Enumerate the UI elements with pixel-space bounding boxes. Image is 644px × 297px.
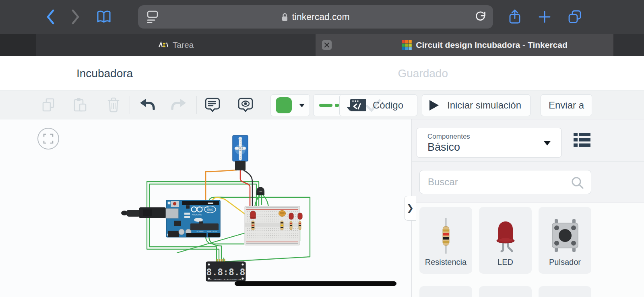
- notes-button[interactable]: [204, 96, 221, 114]
- start-simulation-button[interactable]: Iniciar simulación: [422, 94, 530, 116]
- list-view-toggle[interactable]: [574, 133, 590, 149]
- digital-header[interactable]: [182, 201, 219, 205]
- photoresistor[interactable]: [279, 211, 286, 217]
- component-card-partial[interactable]: [539, 286, 591, 297]
- wire-color-dropdown[interactable]: [270, 94, 310, 116]
- atmega-chip[interactable]: [190, 223, 219, 230]
- safari-toolbar: tinkercad.com: [0, 0, 644, 34]
- url-text: tinkercad.com: [292, 12, 349, 23]
- micro-servo[interactable]: [233, 135, 248, 170]
- led-image: [493, 217, 518, 255]
- component-card-partial[interactable]: [479, 286, 532, 297]
- ipad-screen: tinkercad.com: [0, 0, 644, 297]
- component-card-resistor[interactable]: Resistencia: [419, 207, 472, 274]
- reload-icon: [475, 11, 487, 23]
- annotation-visibility-button[interactable]: [237, 96, 254, 114]
- design-title[interactable]: Incubadora: [76, 56, 133, 90]
- search-input[interactable]: [428, 170, 565, 194]
- resistor-3[interactable]: [290, 221, 292, 230]
- close-icon: [324, 42, 330, 48]
- back-chevron-icon: [45, 9, 55, 25]
- usb-power-plug[interactable]: [121, 207, 166, 218]
- resistor-2[interactable]: [281, 221, 283, 230]
- analog-header[interactable]: [208, 233, 220, 237]
- paste-button[interactable]: [71, 96, 89, 114]
- component-search[interactable]: [419, 170, 591, 194]
- note-bubble-icon: [204, 97, 221, 113]
- chevron-down-icon: [299, 104, 305, 107]
- tab-tinkercad-content: Circuit design Incubadora - Tinkercad: [372, 34, 597, 56]
- home-indicator[interactable]: [235, 281, 396, 286]
- component-label: LED: [479, 258, 532, 267]
- led-red-3[interactable]: [298, 213, 302, 219]
- tab-tinkercad[interactable]: Circuit design Incubadora - Tinkercad: [316, 34, 613, 56]
- servo-connector[interactable]: [235, 161, 246, 170]
- resistor-4[interactable]: [299, 221, 301, 230]
- undo-icon: [139, 98, 155, 111]
- close-tab-button[interactable]: [322, 40, 332, 50]
- code-button[interactable]: Código: [339, 94, 417, 116]
- search-icon: [571, 176, 584, 190]
- back-button[interactable]: [42, 9, 58, 25]
- trash-icon: [106, 97, 121, 113]
- wire-color-swatch: [276, 97, 292, 113]
- usb-port: [166, 209, 178, 218]
- pushbutton-image: [550, 218, 580, 253]
- tabs-button[interactable]: [567, 9, 583, 25]
- code-button-label: Código: [373, 100, 403, 111]
- lock-icon: [281, 12, 288, 22]
- tab-bar-right-edge: [613, 34, 644, 56]
- bookmarks-button[interactable]: [96, 9, 112, 25]
- tarea-tab-favicon: [158, 41, 169, 49]
- svg-text:ANALOG IN: ANALOG IN: [207, 231, 217, 233]
- circuit-canvas[interactable]: TMP DIGITAL (PWM~): [0, 119, 411, 297]
- forward-button[interactable]: [68, 9, 84, 25]
- tabs-icon: [568, 10, 582, 24]
- send-to-button[interactable]: Enviar a: [541, 94, 592, 116]
- save-status: Guardado: [398, 56, 448, 90]
- code-window-icon: [347, 97, 367, 113]
- delete-button[interactable]: [105, 96, 122, 114]
- reload-button[interactable]: [475, 11, 487, 25]
- tmp36-sensor[interactable]: TMP: [256, 187, 264, 195]
- share-icon: [508, 9, 522, 25]
- tab-tarea[interactable]: Tarea: [36, 34, 316, 56]
- components-group-dropdown[interactable]: Componentes Básico: [417, 128, 561, 158]
- tinkercad-favicon: [402, 40, 412, 50]
- arduino-uno[interactable]: DIGITAL (PWM~) ARDUINO UNO: [166, 200, 220, 237]
- new-tab-button[interactable]: [537, 9, 553, 25]
- eye-bubble-icon: [237, 97, 254, 113]
- component-card-led[interactable]: LED: [479, 207, 532, 274]
- tab-bar-left-edge: [0, 34, 36, 56]
- play-icon: [429, 99, 439, 111]
- breadboard[interactable]: [245, 206, 302, 245]
- copy-icon: [41, 97, 56, 113]
- seven-segment-display[interactable]: 8.8:8.8 0.56" 7-SEGMENT LED HT16K33 BACK…: [206, 259, 246, 281]
- undo-button[interactable]: [138, 96, 156, 114]
- sidebar-collapse-handle[interactable]: ❯: [404, 196, 416, 221]
- url-display: tinkercad.com: [138, 5, 493, 29]
- address-bar[interactable]: tinkercad.com: [138, 5, 493, 29]
- paste-icon: [72, 97, 87, 113]
- copy-button[interactable]: [39, 96, 57, 114]
- component-label: Pulsador: [539, 258, 591, 267]
- resistor-1[interactable]: [252, 221, 254, 230]
- send-to-label: Enviar a: [549, 100, 584, 111]
- editor-toolbar: Código Iniciar simulación Enviar a: [0, 90, 644, 119]
- component-card-partial[interactable]: [419, 286, 472, 297]
- circuit-drawing[interactable]: TMP DIGITAL (PWM~): [0, 119, 411, 297]
- led-red-1[interactable]: [250, 211, 256, 219]
- redo-button[interactable]: [170, 96, 188, 114]
- redo-icon: [171, 98, 187, 111]
- display-caption: 0.56" 7-SEGMENT LED HT16K33 BACKPACK: [208, 279, 244, 281]
- power-header[interactable]: [186, 233, 206, 237]
- reset-button[interactable]: [173, 202, 176, 205]
- component-card-pushbutton[interactable]: Pulsador: [539, 207, 591, 274]
- share-button[interactable]: [507, 9, 523, 25]
- display-digits: 8.8:8.8: [206, 267, 246, 277]
- led-red-2[interactable]: [289, 213, 293, 219]
- wire-style-icon: [319, 102, 340, 108]
- safari-tab-bar: Tarea Circuit design Incubadora - Tinker…: [0, 34, 644, 56]
- main-area: TMP DIGITAL (PWM~): [0, 119, 644, 297]
- component-label: Resistencia: [419, 258, 472, 267]
